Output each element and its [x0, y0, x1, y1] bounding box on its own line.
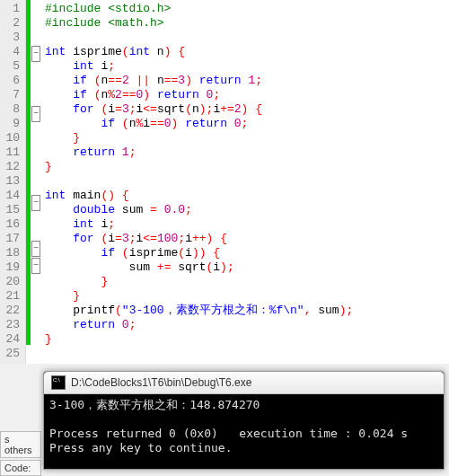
- code-line[interactable]: #include <math.h>: [45, 16, 445, 31]
- fold-cell: −: [31, 258, 41, 272]
- fold-cell: [31, 344, 41, 358]
- code-line[interactable]: for (i=3;i<=100;i++) {: [45, 232, 445, 246]
- line-number: 10: [2, 131, 20, 145]
- line-number: 12: [2, 160, 20, 174]
- code-line[interactable]: sum += sqrt(i);: [45, 260, 445, 275]
- fold-cell: [31, 209, 41, 224]
- line-number: 7: [2, 88, 20, 102]
- line-number: 5: [2, 59, 20, 74]
- fold-cell: [31, 301, 41, 315]
- line-number: 17: [2, 232, 20, 246]
- code-editor[interactable]: 1234567891011121314151617181920212223242…: [0, 0, 449, 364]
- fold-toggle-icon[interactable]: −: [31, 241, 40, 257]
- line-number: 14: [2, 189, 20, 203]
- code-line[interactable]: }: [45, 131, 445, 145]
- code-line[interactable]: [45, 347, 445, 361]
- fold-cell: [31, 163, 41, 178]
- line-number: 18: [2, 246, 20, 260]
- fold-cell: [31, 120, 41, 135]
- code-line[interactable]: return 0;: [45, 318, 445, 332]
- code-line[interactable]: [45, 31, 445, 45]
- line-number: 21: [2, 289, 20, 304]
- left-side-tabs: s others Code:: [0, 429, 41, 476]
- fold-cell: [31, 272, 41, 286]
- line-number: 4: [2, 45, 20, 59]
- line-number: 13: [2, 174, 20, 189]
- fold-cell: [31, 60, 41, 75]
- fold-cell: [31, 29, 41, 43]
- fold-cell: [31, 135, 41, 149]
- code-line[interactable]: int i;: [45, 59, 445, 74]
- code-line[interactable]: }: [45, 332, 445, 347]
- fold-cell: −: [31, 195, 41, 209]
- code-line[interactable]: if (n%i==0) return 0;: [45, 117, 445, 131]
- fold-cell: [31, 286, 41, 301]
- line-number: 22: [2, 304, 20, 318]
- console-window[interactable]: D:\CodeBlocks1\T6\bin\Debug\T6.exe 3-100…: [43, 371, 445, 470]
- console-title-text: D:\CodeBlocks1\T6\bin\Debug\T6.exe: [71, 376, 251, 389]
- code-line[interactable]: int isprime(int n) {: [45, 45, 445, 59]
- fold-cell: [31, 178, 41, 192]
- line-number-gutter: 1234567891011121314151617181920212223242…: [0, 0, 26, 364]
- code-line[interactable]: if (n==2 || n==3) return 1;: [45, 74, 445, 88]
- line-number: 19: [2, 260, 20, 275]
- code-content[interactable]: #include <stdio.h>#include <math.h>int i…: [41, 0, 449, 364]
- code-line[interactable]: [45, 174, 445, 189]
- line-number: 1: [2, 2, 20, 16]
- line-number: 20: [2, 275, 20, 289]
- console-output[interactable]: 3-100，素数平方根之和：148.874270 Process returne…: [44, 394, 444, 469]
- fold-cell: [31, 75, 41, 89]
- fold-cell: −: [31, 106, 41, 120]
- tab-others[interactable]: s others: [0, 431, 41, 458]
- code-line[interactable]: printf("3-100，素数平方根之和：%f\n", sum);: [45, 304, 445, 318]
- fold-cell: −: [31, 241, 41, 255]
- line-number: 11: [2, 145, 20, 160]
- fold-cell: [31, 330, 41, 344]
- code-line[interactable]: if (isprime(i)) {: [45, 246, 445, 260]
- code-line[interactable]: double sum = 0.0;: [45, 203, 445, 217]
- fold-cell: [31, 0, 41, 14]
- code-line[interactable]: int i;: [45, 217, 445, 232]
- line-number: 23: [2, 318, 20, 332]
- line-number: 3: [2, 31, 20, 45]
- fold-column[interactable]: −−−−−: [31, 0, 41, 364]
- fold-cell: [31, 358, 41, 364]
- code-line[interactable]: }: [45, 275, 445, 289]
- code-line[interactable]: for (i=3;i<=sqrt(n);i+=2) {: [45, 102, 445, 117]
- fold-cell: [31, 89, 41, 103]
- code-line[interactable]: }: [45, 289, 445, 304]
- line-number: 8: [2, 102, 20, 117]
- line-number: 2: [2, 16, 20, 31]
- line-number: 15: [2, 203, 20, 217]
- line-number: 9: [2, 117, 20, 131]
- line-number: 6: [2, 74, 20, 88]
- fold-cell: [31, 224, 41, 238]
- console-titlebar[interactable]: D:\CodeBlocks1\T6\bin\Debug\T6.exe: [44, 372, 444, 394]
- code-line[interactable]: int main() {: [45, 189, 445, 203]
- tab-code[interactable]: Code:: [0, 460, 41, 476]
- fold-cell: [31, 149, 41, 163]
- line-number: 16: [2, 217, 20, 232]
- code-line[interactable]: #include <stdio.h>: [45, 2, 445, 16]
- code-line[interactable]: return 1;: [45, 145, 445, 160]
- line-number: 24: [2, 332, 20, 347]
- code-line[interactable]: }: [45, 160, 445, 174]
- fold-cell: [31, 14, 41, 29]
- code-line[interactable]: if (n%2==0) return 0;: [45, 88, 445, 102]
- console-icon: [51, 375, 66, 390]
- fold-cell: −: [31, 46, 41, 60]
- fold-cell: [31, 315, 41, 330]
- line-number: 25: [2, 347, 20, 361]
